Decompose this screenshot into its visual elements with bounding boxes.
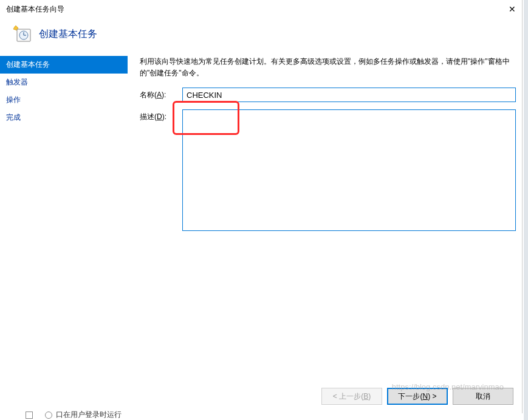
sidebar-item-trigger[interactable]: 触发器 xyxy=(0,74,128,91)
name-input[interactable] xyxy=(182,88,516,102)
description-row: 描述(D): xyxy=(140,109,516,231)
wizard-title: 创建基本任务 xyxy=(39,28,97,41)
wizard-header: 创建基本任务 xyxy=(0,18,522,56)
sidebar-item-label: 完成 xyxy=(6,113,21,122)
sidebar-item-label: 操作 xyxy=(6,95,21,104)
close-icon[interactable]: ✕ xyxy=(492,4,516,14)
sidebar-item-label: 触发器 xyxy=(6,78,28,86)
helper-text: 利用该向导快速地为常见任务创建计划。有关更多高级选项或设置，例如多任务操作或触发… xyxy=(140,56,516,79)
window-title: 创建基本任务向导 xyxy=(6,4,64,15)
sidebar-item-action[interactable]: 操作 xyxy=(0,91,128,109)
sidebar-item-label: 创建基本任务 xyxy=(6,60,50,69)
task-scheduler-icon xyxy=(12,24,32,44)
wizard-window: 创建基本任务向导 ✕ 创建基本任务 创建基本任务 触发器 操作 xyxy=(0,0,523,413)
name-label: 名称(A): xyxy=(140,88,182,100)
sidebar-item-finish[interactable]: 完成 xyxy=(0,109,128,126)
name-row: 名称(A): xyxy=(140,88,516,102)
wizard-content: 利用该向导快速地为常见任务创建计划。有关更多高级选项或设置，例如多任务操作或触发… xyxy=(128,56,522,378)
description-textarea[interactable] xyxy=(182,109,516,231)
next-button[interactable]: 下一步(N) > xyxy=(387,388,448,405)
sidebar-item-create-basic-task[interactable]: 创建基本任务 xyxy=(0,56,128,74)
wizard-footer: < 上一步(B) 下一步(N) > 取消 xyxy=(321,388,513,405)
radio-icon xyxy=(45,411,52,419)
description-label: 描述(D): xyxy=(140,109,182,122)
back-button: < 上一步(B) xyxy=(321,388,382,405)
cancel-button[interactable]: 取消 xyxy=(453,388,513,405)
titlebar: 创建基本任务向导 ✕ xyxy=(0,0,522,18)
wizard-steps-sidebar: 创建基本任务 触发器 操作 完成 xyxy=(0,56,128,378)
background-window-clip: 口在用户登录时运行 xyxy=(26,410,122,420)
